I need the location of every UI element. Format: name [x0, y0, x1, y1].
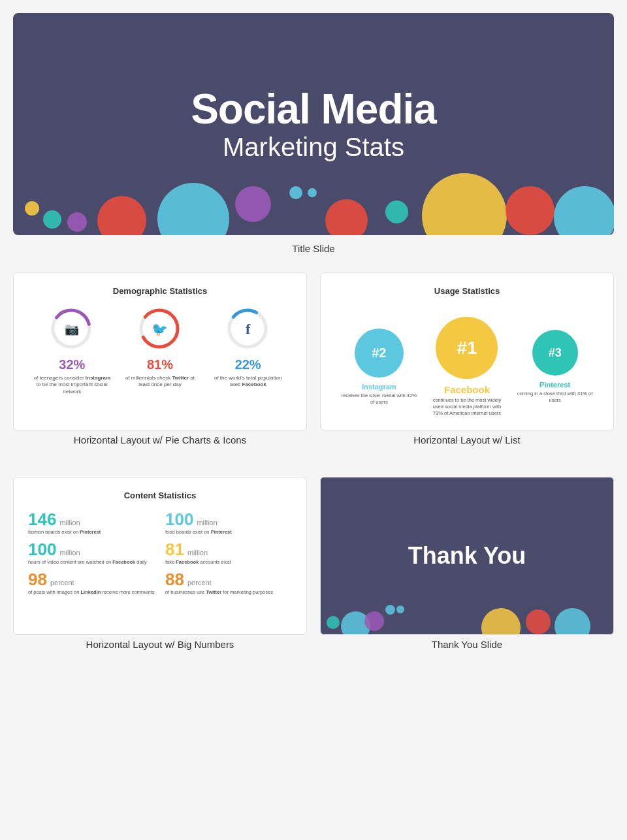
demo-slide: Demographic Statistics 📷 — [13, 272, 307, 430]
title-line1: Social Media — [191, 86, 436, 132]
content-slide: Content Statistics 146 million fashion b… — [13, 477, 307, 635]
thankyou-slide-label: Thank You Slide — [320, 639, 614, 650]
usage-name-instagram: Instagram — [362, 383, 396, 391]
demo-desc-twitter: of millennials check Twitter at least on… — [120, 375, 199, 389]
usage-slide-title: Usage Statistics — [335, 286, 599, 296]
usage-item-facebook: #1 Facebook continues to be the most wid… — [427, 317, 506, 416]
content-slide-label: Horizontal Layout w/ Big Numbers — [13, 639, 307, 650]
usage-item-pinterest: #3 Pinterest coming in a close third wit… — [515, 330, 594, 404]
demo-percent-facebook: 22% — [235, 357, 261, 372]
title-line2: Marketing Stats — [223, 133, 404, 162]
demo-percent-twitter: 81% — [147, 357, 173, 372]
content-num-5: 98 — [28, 571, 47, 588]
thankyou-slide-card: Thank You — [320, 477, 614, 635]
thankyou-slide-wrapper: Thank You Thank You Slide — [320, 477, 614, 668]
content-num-2: 100 — [165, 511, 193, 528]
content-slide-title: Content Statistics — [28, 491, 292, 500]
content-item-2: 100 million food boards exist on Pintere… — [165, 511, 292, 536]
content-desc-6: of businesses use Twitter for marketing … — [165, 589, 292, 596]
content-item-3: 100 million hours of video content are w… — [28, 541, 155, 566]
content-num-1: 146 — [28, 511, 56, 528]
ty-bubbles — [321, 589, 613, 634]
slides-grid: Demographic Statistics 📷 — [13, 272, 614, 668]
content-num-4: 81 — [165, 541, 184, 558]
demo-item-instagram: 📷 32% of teenagers consider Instagram to… — [33, 306, 112, 395]
content-desc-3: hours of video content are watched on Fa… — [28, 559, 155, 566]
title-slide: Social Media Marketing Stats — [13, 13, 614, 235]
demo-percent-instagram: 32% — [59, 357, 85, 372]
content-desc-4: fake Facebook accounts exist — [165, 559, 292, 566]
usage-slide-wrapper: Usage Statistics #2 Instagram receives t… — [320, 272, 614, 464]
rank-2-circle: #2 — [355, 329, 404, 378]
demo-slide-wrapper: Demographic Statistics 📷 — [13, 272, 307, 464]
content-stats: 146 million fashion boards exist on Pint… — [28, 511, 292, 595]
usage-desc-facebook: continues to be the most widely used soc… — [427, 397, 506, 416]
content-item-5: 98 percent of posts with images on Linke… — [28, 571, 155, 596]
demo-stats: 📷 32% of teenagers consider Instagram to… — [28, 306, 292, 395]
usage-name-facebook: Facebook — [444, 384, 490, 395]
usage-slide-label: Horizontal Layout w/ List — [320, 434, 614, 445]
usage-stats: #2 Instagram receives the silver medal w… — [335, 306, 599, 427]
content-word-5: percent — [50, 579, 74, 587]
demo-item-twitter: 🐦 81% of millennials check Twitter at le… — [120, 306, 199, 389]
demo-slide-label: Horizontal Layout w/ Pie Charts & Icons — [13, 434, 307, 445]
rank-1-circle: #1 — [436, 317, 498, 379]
demo-desc-facebook: of the world's total population uses Fac… — [208, 375, 287, 389]
demo-desc-instagram: of teenagers consider Instagram to be th… — [33, 375, 112, 395]
title-bubbles — [13, 163, 614, 235]
content-word-3: million — [59, 549, 80, 557]
usage-desc-instagram: receives the silver medal with 32% of us… — [340, 393, 419, 406]
content-word-4: million — [187, 549, 208, 557]
usage-name-pinterest: Pinterest — [539, 381, 570, 389]
usage-item-instagram: #2 Instagram receives the silver medal w… — [340, 329, 419, 406]
content-desc-2: food boards exist on Pinterest — [165, 529, 292, 536]
content-desc-1: fashion boards exist on Pinterest — [28, 529, 155, 536]
title-slide-label: Title Slide — [13, 243, 614, 254]
content-slide-wrapper: Content Statistics 146 million fashion b… — [13, 477, 307, 668]
content-num-6: 88 — [165, 571, 184, 588]
content-item-4: 81 million fake Facebook accounts exist — [165, 541, 292, 566]
content-item-1: 146 million fashion boards exist on Pint… — [28, 511, 155, 536]
thankyou-slide: Thank You — [321, 477, 613, 634]
content-desc-5: of posts with images on LinkedIn receive… — [28, 589, 155, 596]
content-word-1: million — [59, 519, 80, 526]
rank-3-circle: #3 — [532, 330, 578, 376]
content-word-2: million — [197, 519, 217, 526]
demo-item-facebook: f 22% of the world's total population us… — [208, 306, 287, 389]
content-item-6: 88 percent of businesses use Twitter for… — [165, 571, 292, 596]
usage-slide: Usage Statistics #2 Instagram receives t… — [320, 272, 614, 430]
usage-desc-pinterest: coming in a close third with 31% of user… — [515, 391, 594, 404]
content-word-6: percent — [187, 579, 212, 587]
demo-slide-title: Demographic Statistics — [28, 286, 292, 296]
thankyou-title: Thank You — [408, 542, 526, 570]
content-num-3: 100 — [28, 541, 56, 558]
